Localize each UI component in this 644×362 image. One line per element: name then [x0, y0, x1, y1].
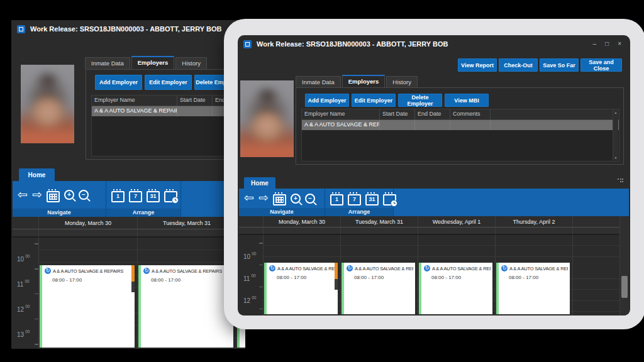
scroll-up-icon[interactable]: ▲	[613, 111, 618, 114]
day-column-monday[interactable]: ↻A & A AUTO SALVAGE & REPAIRS 08:00 - 17…	[39, 238, 138, 349]
day-header-monday[interactable]: Monday, March 30	[39, 217, 138, 229]
day-column-tuesday[interactable]: ↻A & A AUTO SALVAGE & REPAIRS 08:00 - 17…	[341, 235, 418, 315]
all-day-row	[13, 229, 245, 238]
day-header-wednesday[interactable]: Wednesday, April 1	[418, 216, 496, 228]
day-header-tuesday[interactable]: Tuesday, March 31	[341, 216, 418, 228]
tab-inmate-data[interactable]: Inmate Data	[296, 76, 341, 88]
goto-date-icon[interactable]	[273, 194, 286, 206]
column-employer-name[interactable]: Employer Name	[92, 96, 177, 106]
scheduler: Home ⇦ ⇨ + − Navigate 1 7 31 A	[13, 168, 245, 349]
gutter-header-cell	[239, 216, 264, 228]
appointment[interactable]: ↻A & A AUTO SALVAGE & REPAIRS 08:00 - 17…	[138, 265, 233, 348]
cell-start-date	[380, 120, 415, 130]
column-start-date[interactable]: Start Date	[177, 96, 213, 106]
appointment[interactable]: ↻A & A AUTO SALVAGE & REPAIRS 08:00 - 17…	[341, 263, 415, 314]
add-employer-button[interactable]: Add Employer	[95, 75, 142, 90]
minimize-button[interactable]: –	[593, 41, 597, 47]
table-row[interactable]: A & A AUTO SALVAGE & REPAIRS	[302, 120, 619, 130]
week-view-icon[interactable]: 7	[129, 191, 142, 202]
time-label: 1200	[17, 303, 30, 314]
save-so-far-button[interactable]: Save So Far	[540, 58, 579, 72]
tab-home[interactable]: Home	[244, 177, 275, 189]
inmate-photo	[21, 65, 74, 143]
appointment[interactable]: ↻A & A AUTO SALVAGE & REPAIRS 08:00 - 17…	[264, 263, 338, 314]
scrollbar-thumb[interactable]	[621, 276, 628, 298]
maximize-button[interactable]: □	[605, 41, 609, 47]
zoom-in-icon[interactable]: +	[291, 194, 301, 204]
day-header-thursday[interactable]: Thursday, April 2	[496, 216, 573, 228]
appointment[interactable]: ↻A & A AUTO SALVAGE & REPAIRS 08:00 - 17…	[496, 263, 570, 314]
day-column-thursday[interactable]: ↻A & A AUTO SALVAGE & REPAIRS 08:00 - 17…	[496, 235, 573, 315]
tablet-frame: Work Release: SRSO18JBN000003 - ABBOTT, …	[224, 19, 644, 329]
titlebar[interactable]: Work Release: SRSO18JBN000003 - ABBOTT, …	[11, 20, 245, 38]
add-employer-button[interactable]: Add Employer	[305, 94, 349, 107]
time-gutter: 1000 1100 1200 1300	[239, 235, 264, 315]
recurrence-icon: ↻	[45, 268, 51, 274]
check-out-button[interactable]: Check-Out	[499, 58, 538, 72]
zoom-in-icon[interactable]: +	[64, 190, 74, 200]
ribbon: ⇦ ⇨ + − Navigate 1 7 31 Arrange	[239, 189, 629, 216]
day-header-tuesday[interactable]: Tuesday, March 31	[138, 217, 236, 229]
scroll-down-icon[interactable]: ▼	[613, 156, 618, 160]
timeline-view-icon[interactable]	[383, 194, 396, 206]
day-column-tuesday[interactable]: ↻A & A AUTO SALVAGE & REPAIRS 08:00 - 17…	[138, 238, 236, 349]
tab-history[interactable]: History	[386, 76, 418, 88]
save-and-close-button[interactable]: Save and Close	[580, 58, 622, 72]
edit-employer-button[interactable]: Edit Employer	[145, 75, 192, 90]
day-column-monday[interactable]: ↻A & A AUTO SALVAGE & REPAIRS 08:00 - 17…	[264, 235, 341, 315]
table-row[interactable]: A & A AUTO SALVAGE & REPAIRS	[92, 106, 245, 116]
appointment-flag-track	[335, 279, 338, 290]
column-employer-name[interactable]: Employer Name	[302, 109, 380, 119]
appointment[interactable]: ↻A & A AUTO SALVAGE & REPAIRS 08:00 - 17…	[419, 263, 492, 314]
work-release-window: Work Release: SRSO18JBN000003 - ABBOTT, …	[238, 35, 630, 315]
recurrence-icon: ↻	[501, 265, 508, 272]
month-view-icon[interactable]: 31	[365, 194, 379, 206]
tab-inmate-data[interactable]: Inmate Data	[85, 57, 130, 69]
time-label: 1000	[17, 253, 30, 264]
titlebar[interactable]: Work Release: SRSO18JBN000003 - ABBOTT, …	[238, 35, 630, 53]
day-header-monday[interactable]: Monday, March 30	[264, 216, 341, 228]
cell-end-date	[415, 120, 450, 130]
day-view-icon[interactable]: 1	[111, 191, 125, 202]
table-scrollbar[interactable]: ▲ ▼	[613, 110, 618, 160]
employer-button-row: Add Employer Edit Employer Delete Employ…	[86, 70, 245, 95]
tab-home[interactable]: Home	[19, 168, 55, 181]
goto-date-icon[interactable]	[47, 191, 60, 202]
navigate-forward-icon[interactable]: ⇨	[32, 189, 42, 200]
half-hour-ticks	[35, 238, 38, 349]
time-grid: 1000 1100 1200 1300 ↻A & A AUTO SALVAGE …	[239, 235, 629, 315]
tab-employers[interactable]: Employers	[131, 56, 175, 69]
app-icon	[243, 40, 252, 48]
edit-employer-button[interactable]: Edit Employer	[352, 94, 396, 107]
navigate-forward-icon[interactable]: ⇨	[258, 192, 269, 204]
delete-employer-button[interactable]: Delete Employer	[398, 94, 442, 107]
appointment[interactable]: ↻A & A AUTO SALVAGE & REPAIRS 08:00 - 17…	[40, 265, 135, 348]
time-grid: 1000 1100 1200 1300 ↻A & A AUTO SALVAGE …	[13, 238, 245, 349]
month-view-icon[interactable]: 31	[147, 191, 160, 202]
tab-history[interactable]: History	[175, 57, 207, 69]
day-column-wednesday[interactable]: ↻A & A AUTO SALVAGE & REPAIRS 08:00 - 17…	[418, 235, 496, 315]
zoom-out-icon[interactable]: −	[305, 194, 315, 204]
half-hour-ticks	[259, 235, 263, 315]
zoom-out-icon[interactable]: −	[79, 190, 89, 200]
view-mbi-button[interactable]: View MBI	[445, 94, 489, 107]
gutter-header-cell	[13, 217, 39, 229]
timeline-view-icon[interactable]	[164, 191, 177, 202]
table-header: Employer Name Start Date End Date Commen…	[92, 96, 245, 106]
scheduler-scrollbar[interactable]	[619, 216, 629, 315]
scheduler: Home ⇦ ⇨ + − Navigate 1 7 31 A	[239, 177, 629, 315]
column-end-date[interactable]: End Date	[415, 109, 450, 119]
column-start-date[interactable]: Start Date	[380, 109, 415, 119]
day-view-icon[interactable]: 1	[330, 194, 343, 206]
arrange-group-label: Arrange	[325, 208, 393, 216]
navigate-back-icon[interactable]: ⇦	[18, 189, 28, 200]
column-comments[interactable]: Comments	[450, 109, 491, 119]
day-header-row: Monday, March 30 Tuesday, March 31 Wedne…	[13, 217, 245, 229]
close-button[interactable]: ×	[618, 41, 621, 47]
navigate-back-icon[interactable]: ⇦	[244, 192, 254, 204]
arrange-group: 1 7 31 Arrange	[106, 181, 181, 217]
tab-employers[interactable]: Employers	[342, 75, 386, 88]
view-report-button[interactable]: View Report	[458, 58, 497, 72]
week-view-icon[interactable]: 7	[348, 194, 361, 206]
tab-strip: Inmate Data Employers History	[85, 55, 208, 69]
